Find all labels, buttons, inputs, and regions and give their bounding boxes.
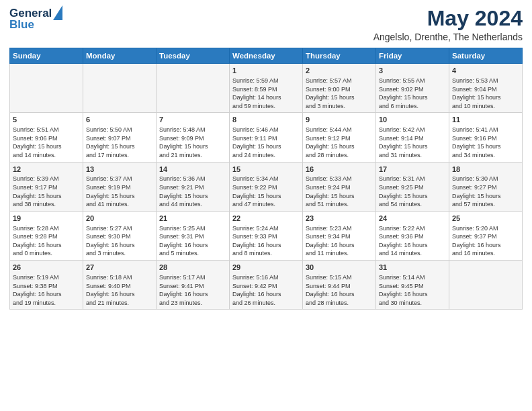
day-info: Sunrise: 5:41 AM Sunset: 9:16 PM Dayligh… bbox=[452, 126, 519, 159]
header-day-wednesday: Wednesday bbox=[230, 48, 303, 64]
day-info: Sunrise: 5:36 AM Sunset: 9:21 PM Dayligh… bbox=[159, 175, 226, 208]
day-info: Sunrise: 5:42 AM Sunset: 9:14 PM Dayligh… bbox=[379, 126, 446, 159]
day-number: 11 bbox=[452, 115, 519, 125]
day-info: Sunrise: 5:17 AM Sunset: 9:41 PM Dayligh… bbox=[159, 273, 226, 307]
day-info: Sunrise: 5:48 AM Sunset: 9:09 PM Dayligh… bbox=[159, 126, 226, 159]
header-day-friday: Friday bbox=[376, 48, 449, 64]
day-info: Sunrise: 5:25 AM Sunset: 9:31 PM Dayligh… bbox=[159, 224, 226, 258]
calendar-cell: 3Sunrise: 5:55 AM Sunset: 9:02 PM Daylig… bbox=[376, 64, 449, 113]
calendar-cell: 15Sunrise: 5:34 AM Sunset: 9:22 PM Dayli… bbox=[230, 162, 303, 211]
day-info: Sunrise: 5:22 AM Sunset: 9:36 PM Dayligh… bbox=[379, 224, 446, 258]
day-number: 7 bbox=[159, 115, 226, 125]
day-info: Sunrise: 5:18 AM Sunset: 9:40 PM Dayligh… bbox=[86, 273, 153, 307]
day-number: 17 bbox=[379, 165, 446, 175]
day-info: Sunrise: 5:33 AM Sunset: 9:24 PM Dayligh… bbox=[306, 175, 373, 208]
week-row-1: 1Sunrise: 5:59 AM Sunset: 8:59 PM Daylig… bbox=[10, 64, 523, 113]
day-number: 21 bbox=[159, 214, 226, 224]
page: General Blue May 2024 Angelslo, Drenthe,… bbox=[0, 0, 532, 411]
calendar-cell: 18Sunrise: 5:30 AM Sunset: 9:27 PM Dayli… bbox=[449, 162, 523, 211]
day-number: 31 bbox=[379, 263, 446, 273]
calendar-cell: 27Sunrise: 5:18 AM Sunset: 9:40 PM Dayli… bbox=[83, 261, 157, 310]
calendar-cell: 2Sunrise: 5:57 AM Sunset: 9:00 PM Daylig… bbox=[303, 64, 376, 113]
calendar-cell bbox=[83, 64, 157, 113]
title-block: May 2024 Angelslo, Drenthe, The Netherla… bbox=[373, 7, 523, 42]
day-number: 26 bbox=[13, 263, 80, 273]
day-number: 12 bbox=[13, 165, 80, 175]
day-number: 24 bbox=[379, 214, 446, 224]
calendar-cell: 6Sunrise: 5:50 AM Sunset: 9:07 PM Daylig… bbox=[83, 113, 157, 162]
calendar-table: SundayMondayTuesdayWednesdayThursdayFrid… bbox=[9, 48, 523, 310]
header-day-sunday: Sunday bbox=[10, 48, 83, 64]
week-row-5: 26Sunrise: 5:19 AM Sunset: 9:38 PM Dayli… bbox=[10, 261, 523, 310]
day-number: 15 bbox=[232, 165, 300, 175]
calendar-cell: 11Sunrise: 5:41 AM Sunset: 9:16 PM Dayli… bbox=[449, 113, 523, 162]
calendar-cell: 16Sunrise: 5:33 AM Sunset: 9:24 PM Dayli… bbox=[303, 162, 376, 211]
day-number: 25 bbox=[452, 214, 519, 224]
subtitle: Angelslo, Drenthe, The Netherlands bbox=[373, 32, 523, 42]
day-info: Sunrise: 5:14 AM Sunset: 9:45 PM Dayligh… bbox=[379, 273, 446, 307]
calendar-cell: 23Sunrise: 5:23 AM Sunset: 9:34 PM Dayli… bbox=[303, 211, 376, 260]
week-row-3: 12Sunrise: 5:39 AM Sunset: 9:17 PM Dayli… bbox=[10, 162, 523, 211]
calendar-cell: 22Sunrise: 5:24 AM Sunset: 9:33 PM Dayli… bbox=[230, 211, 303, 260]
header-row: SundayMondayTuesdayWednesdayThursdayFrid… bbox=[10, 48, 523, 64]
calendar-cell: 8Sunrise: 5:46 AM Sunset: 9:11 PM Daylig… bbox=[230, 113, 303, 162]
calendar-cell: 1Sunrise: 5:59 AM Sunset: 8:59 PM Daylig… bbox=[230, 64, 303, 113]
day-info: Sunrise: 5:16 AM Sunset: 9:42 PM Dayligh… bbox=[232, 273, 300, 307]
logo: General Blue bbox=[9, 7, 62, 32]
day-info: Sunrise: 5:30 AM Sunset: 9:27 PM Dayligh… bbox=[452, 175, 519, 208]
calendar-cell: 25Sunrise: 5:20 AM Sunset: 9:37 PM Dayli… bbox=[449, 211, 523, 260]
day-number: 8 bbox=[232, 115, 300, 125]
calendar-cell bbox=[10, 64, 83, 113]
week-row-2: 5Sunrise: 5:51 AM Sunset: 9:06 PM Daylig… bbox=[10, 113, 523, 162]
day-info: Sunrise: 5:53 AM Sunset: 9:04 PM Dayligh… bbox=[452, 77, 519, 110]
calendar-cell: 26Sunrise: 5:19 AM Sunset: 9:38 PM Dayli… bbox=[10, 261, 83, 310]
day-number: 18 bbox=[452, 165, 519, 175]
calendar-body: 1Sunrise: 5:59 AM Sunset: 8:59 PM Daylig… bbox=[10, 64, 523, 310]
day-info: Sunrise: 5:31 AM Sunset: 9:25 PM Dayligh… bbox=[379, 175, 446, 208]
day-info: Sunrise: 5:51 AM Sunset: 9:06 PM Dayligh… bbox=[13, 126, 80, 159]
calendar-cell: 31Sunrise: 5:14 AM Sunset: 9:45 PM Dayli… bbox=[376, 261, 449, 310]
day-info: Sunrise: 5:34 AM Sunset: 9:22 PM Dayligh… bbox=[232, 175, 300, 208]
calendar-cell: 7Sunrise: 5:48 AM Sunset: 9:09 PM Daylig… bbox=[157, 113, 230, 162]
calendar-cell bbox=[157, 64, 230, 113]
calendar-cell: 13Sunrise: 5:37 AM Sunset: 9:19 PM Dayli… bbox=[83, 162, 157, 211]
logo-text: General Blue bbox=[9, 7, 62, 32]
day-number: 30 bbox=[306, 263, 373, 273]
day-info: Sunrise: 5:28 AM Sunset: 9:28 PM Dayligh… bbox=[13, 224, 80, 258]
day-info: Sunrise: 5:59 AM Sunset: 8:59 PM Dayligh… bbox=[232, 77, 300, 110]
day-number: 16 bbox=[306, 165, 373, 175]
calendar-cell: 28Sunrise: 5:17 AM Sunset: 9:41 PM Dayli… bbox=[157, 261, 230, 310]
day-number: 1 bbox=[232, 66, 300, 76]
day-number: 22 bbox=[232, 214, 300, 224]
header-day-tuesday: Tuesday bbox=[157, 48, 230, 64]
header-day-saturday: Saturday bbox=[449, 48, 523, 64]
calendar-cell: 21Sunrise: 5:25 AM Sunset: 9:31 PM Dayli… bbox=[157, 211, 230, 260]
day-number: 5 bbox=[13, 115, 80, 125]
calendar-cell: 5Sunrise: 5:51 AM Sunset: 9:06 PM Daylig… bbox=[10, 113, 83, 162]
day-number: 19 bbox=[13, 214, 80, 224]
day-number: 13 bbox=[86, 165, 153, 175]
calendar-cell bbox=[449, 261, 523, 310]
day-number: 29 bbox=[232, 263, 300, 273]
day-info: Sunrise: 5:19 AM Sunset: 9:38 PM Dayligh… bbox=[13, 273, 80, 307]
day-info: Sunrise: 5:20 AM Sunset: 9:37 PM Dayligh… bbox=[452, 224, 519, 258]
calendar-cell: 12Sunrise: 5:39 AM Sunset: 9:17 PM Dayli… bbox=[10, 162, 83, 211]
main-title: May 2024 bbox=[373, 7, 523, 30]
header-day-monday: Monday bbox=[83, 48, 157, 64]
calendar-cell: 29Sunrise: 5:16 AM Sunset: 9:42 PM Dayli… bbox=[230, 261, 303, 310]
day-info: Sunrise: 5:57 AM Sunset: 9:00 PM Dayligh… bbox=[306, 77, 373, 110]
day-number: 4 bbox=[452, 66, 519, 76]
day-info: Sunrise: 5:24 AM Sunset: 9:33 PM Dayligh… bbox=[232, 224, 300, 258]
day-info: Sunrise: 5:50 AM Sunset: 9:07 PM Dayligh… bbox=[86, 126, 153, 159]
header-day-thursday: Thursday bbox=[303, 48, 376, 64]
day-number: 20 bbox=[86, 214, 153, 224]
calendar-cell: 19Sunrise: 5:28 AM Sunset: 9:28 PM Dayli… bbox=[10, 211, 83, 260]
day-number: 27 bbox=[86, 263, 153, 273]
day-info: Sunrise: 5:46 AM Sunset: 9:11 PM Dayligh… bbox=[232, 126, 300, 159]
day-info: Sunrise: 5:44 AM Sunset: 9:12 PM Dayligh… bbox=[306, 126, 373, 159]
day-info: Sunrise: 5:15 AM Sunset: 9:44 PM Dayligh… bbox=[306, 273, 373, 307]
day-info: Sunrise: 5:27 AM Sunset: 9:30 PM Dayligh… bbox=[86, 224, 153, 258]
day-number: 6 bbox=[86, 115, 153, 125]
day-info: Sunrise: 5:39 AM Sunset: 9:17 PM Dayligh… bbox=[13, 175, 80, 208]
day-info: Sunrise: 5:23 AM Sunset: 9:34 PM Dayligh… bbox=[306, 224, 373, 258]
